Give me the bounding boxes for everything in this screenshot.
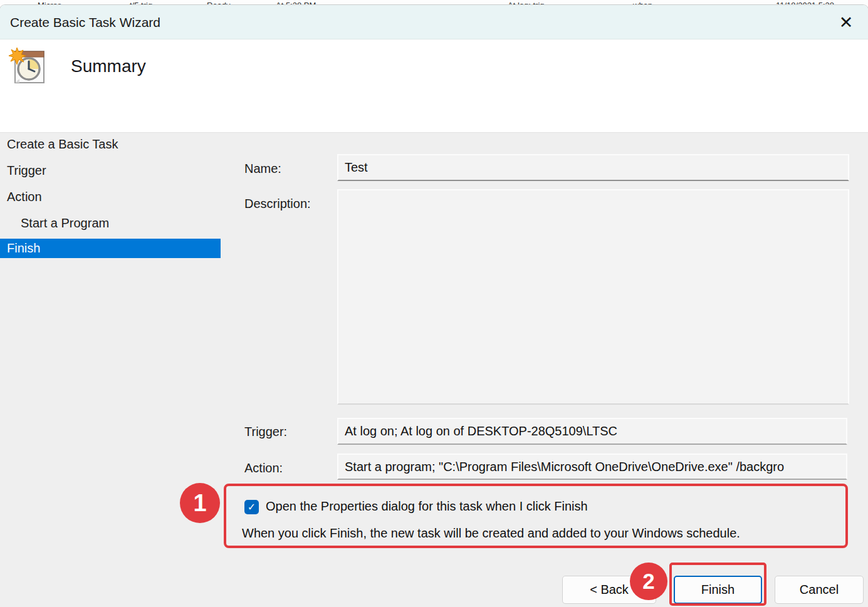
description-input[interactable] xyxy=(337,189,849,405)
action-label: Action: xyxy=(244,461,283,475)
page-title: Summary xyxy=(71,56,146,76)
annotation-step-1: 1 xyxy=(180,483,220,523)
cancel-button[interactable]: Cancel xyxy=(775,576,864,604)
trigger-field[interactable]: At log on; At log on of DESKTOP-28Q5109\… xyxy=(337,418,847,445)
name-input[interactable]: Test xyxy=(337,154,849,181)
annotation-step-2: 2 xyxy=(630,563,667,600)
wizard-body: Create a Basic Task Trigger Action Start… xyxy=(0,132,868,607)
titlebar: Create Basic Task Wizard ✕ xyxy=(0,5,868,39)
annotation-box-finish xyxy=(669,563,766,606)
sidebar-item-start-a-program[interactable]: Start a Program xyxy=(0,214,221,233)
annotation-box-checkbox xyxy=(224,484,848,548)
sidebar-item-create-basic-task[interactable]: Create a Basic Task xyxy=(0,135,221,154)
wizard-header: Summary xyxy=(0,39,868,132)
screen: Micros t/5 trig Ready At 5:38 PM At log:… xyxy=(0,0,868,607)
name-label: Name: xyxy=(244,162,281,176)
action-field[interactable]: Start a program; "C:\Program Files\Micro… xyxy=(337,454,847,480)
task-scheduler-icon xyxy=(8,46,46,88)
description-label: Description: xyxy=(244,197,311,211)
close-icon[interactable]: ✕ xyxy=(834,11,858,34)
sidebar-item-trigger[interactable]: Trigger xyxy=(0,161,221,180)
sidebar-item-finish[interactable]: Finish xyxy=(0,239,221,258)
window-title: Create Basic Task Wizard xyxy=(10,5,160,39)
sidebar-item-action[interactable]: Action xyxy=(0,187,221,207)
trigger-label: Trigger: xyxy=(244,425,287,439)
